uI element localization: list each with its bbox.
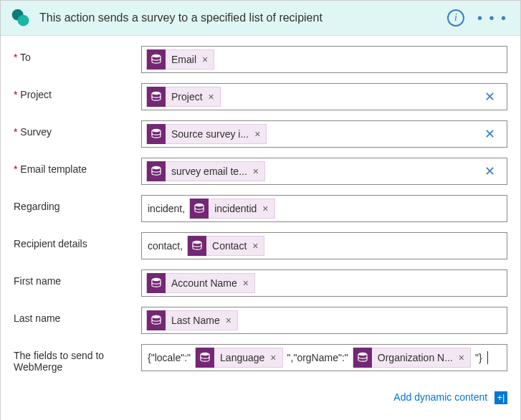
token-org-name[interactable]: Organization N... × [353,348,471,368]
token-label: Language [220,352,264,363]
card-header: This action sends a survey to a specifie… [1,1,520,36]
field-clear-button[interactable]: ✕ [477,89,502,105]
field-webmerge[interactable]: {"locale":" Language × ","orgName":" Org… [141,344,507,371]
token-email-template[interactable]: survey email te... × [146,161,265,181]
text-prefix: contact, [146,240,184,252]
token-remove-icon[interactable]: × [459,352,464,363]
row-webmerge: The fields to send to WebMerge {"locale"… [14,344,507,373]
token-remove-icon[interactable]: × [252,240,258,252]
token-incidentid[interactable]: incidentid × [189,199,274,219]
more-menu-button[interactable]: • • • [474,10,510,27]
database-icon [147,124,166,144]
row-email-template: Email template survey email te... × ✕ [14,158,507,185]
text-cursor [487,351,488,364]
field-survey[interactable]: Source survey i... × ✕ [141,120,507,148]
token-remove-icon[interactable]: × [253,166,259,177]
label-first-name: First name [14,269,141,287]
svg-point-10 [201,353,209,355]
label-regarding: Regarding [14,195,141,212]
action-card: This action sends a survey to a specifie… [0,0,521,420]
token-label: Account Name [171,277,237,289]
token-remove-icon[interactable]: × [270,352,276,363]
database-icon [147,161,166,181]
svg-point-8 [152,278,161,281]
token-label: Source survey i... [171,128,249,140]
field-clear-button[interactable]: ✕ [477,163,502,179]
svg-point-3 [152,92,161,95]
row-regarding: Regarding incident, incidentid × [14,195,507,222]
text-json-mid: ","orgName":" [286,352,350,363]
field-to[interactable]: Email × [141,46,507,73]
field-regarding[interactable]: incident, incidentid × [141,195,507,222]
token-language[interactable]: Language × [195,348,282,368]
svg-point-4 [152,129,161,132]
row-project: Project Project × ✕ [14,83,507,110]
label-email-template: Email template [14,158,141,175]
token-contact[interactable]: Contact × [187,236,264,256]
database-icon [353,348,372,368]
label-survey: Survey [14,120,141,138]
token-remove-icon[interactable]: × [262,203,268,214]
label-project: Project [14,83,141,100]
token-remove-icon[interactable]: × [202,54,208,65]
token-project[interactable]: Project × [146,87,221,107]
add-dynamic-badge-icon[interactable]: +| [494,391,507,404]
dynamic-content-row: Add dynamic content +| [1,390,520,411]
row-last-name: Last name Last Name × [14,307,507,334]
token-label: Email [171,54,196,65]
row-first-name: First name Account Name × [14,269,507,297]
database-icon [196,348,214,368]
form-body: To Email × Project Project × ✕ S [1,36,520,390]
card-title: This action sends a survey to a specifie… [39,11,447,24]
database-icon [147,87,166,107]
svg-point-2 [152,54,161,57]
token-label: incidentid [214,203,257,214]
svg-point-6 [195,204,204,206]
text-prefix: incident, [146,203,186,214]
card-footer: Hide advanced options [1,411,520,420]
database-icon [147,310,166,330]
token-email[interactable]: Email × [146,49,214,70]
info-icon[interactable]: i [447,9,464,27]
token-label: survey email te... [171,166,247,177]
app-icon [11,8,31,28]
token-label: Organization N... [378,352,453,363]
token-label: Last Name [171,315,220,326]
token-remove-icon[interactable]: × [209,91,214,102]
row-to: To Email × [14,46,507,73]
database-icon [188,236,206,256]
field-last-name[interactable]: Last Name × [141,307,507,334]
label-to: To [14,46,141,63]
add-dynamic-content-link[interactable]: Add dynamic content [393,391,487,403]
svg-point-7 [193,241,201,244]
label-last-name: Last name [14,307,141,324]
token-remove-icon[interactable]: × [254,128,260,140]
field-recipient-details[interactable]: contact, Contact × [141,232,507,259]
text-json-close: "} [474,352,484,363]
field-project[interactable]: Project × ✕ [141,83,507,110]
token-label: Project [171,91,203,102]
field-email-template[interactable]: survey email te... × ✕ [141,158,507,185]
svg-point-9 [152,315,161,318]
row-recipient-details: Recipient details contact, Contact × [14,232,507,259]
field-clear-button[interactable]: ✕ [477,126,502,142]
text-json-open: {"locale":" [146,352,192,363]
token-remove-icon[interactable]: × [226,315,231,326]
svg-point-11 [358,353,367,355]
token-survey[interactable]: Source survey i... × [146,124,267,144]
field-first-name[interactable]: Account Name × [141,269,507,297]
database-icon [147,49,166,70]
label-recipient-details: Recipient details [14,232,141,249]
database-icon [190,199,209,219]
token-label: Contact [212,240,247,252]
svg-point-5 [152,166,161,169]
svg-point-1 [18,15,29,27]
label-webmerge: The fields to send to WebMerge [14,344,141,373]
token-remove-icon[interactable]: × [243,277,249,289]
database-icon [147,273,166,293]
token-last-name[interactable]: Last Name × [146,310,238,330]
row-survey: Survey Source survey i... × ✕ [14,120,507,148]
token-account-name[interactable]: Account Name × [146,273,255,293]
